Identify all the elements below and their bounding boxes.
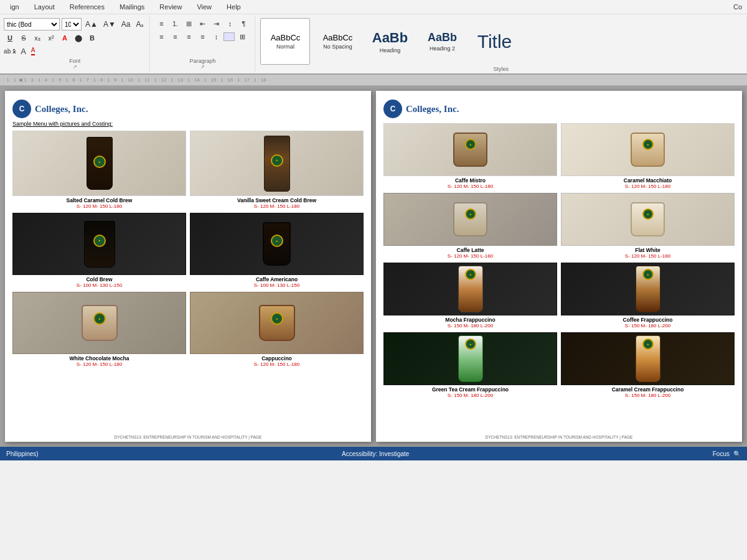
right-item1-name: Caffe Mistro: [383, 177, 557, 184]
right-item3-price: S- 120 M- 150 L-180: [383, 253, 557, 259]
badge-5: ★: [93, 312, 106, 325]
menu-mailings[interactable]: Mailings: [112, 1, 152, 12]
r-badge-5: ★: [465, 269, 476, 280]
app-title: Co: [728, 1, 747, 12]
align-left[interactable]: ≡: [155, 31, 167, 42]
style-normal-label: Normal: [276, 44, 294, 50]
style-heading2-label: Heading 2: [430, 45, 455, 52]
right-item-8: ★ Caramel Cream Frappuccino S- 150 M- 18…: [561, 332, 735, 398]
line-spacing[interactable]: ↕: [210, 31, 222, 42]
change-case-button[interactable]: Aₐ: [134, 19, 146, 29]
right-logo: C: [383, 100, 402, 118]
underline-button[interactable]: U: [4, 32, 16, 44]
left-subtitle: Sample Menu with pictures and Costing:: [12, 121, 364, 127]
right-page-header: C Colleges, Inc.: [383, 100, 735, 118]
right-item-5: ★ Mocha Frappuccino S- 150 M- 180 L-200: [383, 263, 557, 329]
superscript-button[interactable]: x²: [45, 32, 57, 44]
style-no-spacing[interactable]: AaBbCc No Spacing: [312, 18, 362, 65]
align-right[interactable]: ≡: [182, 31, 195, 42]
left-page-footer: DYCHETNS13: ENTREPRENEURSHIP IN TOURISM …: [5, 435, 371, 439]
right-item2-name: Caramel Macchiato: [561, 177, 735, 184]
menu-review[interactable]: Review: [152, 1, 189, 12]
r-badge-3: ★: [465, 208, 476, 220]
font-size-select[interactable]: 10: [62, 18, 82, 30]
styles-label: Styles: [260, 66, 741, 72]
menu-item-4: ★ Caffe Americano S- 100 M- 130 L-150: [190, 213, 364, 288]
item5-price: S- 120 M- 150 L-180: [12, 362, 186, 367]
right-item5-name: Mocha Frappuccino: [383, 317, 557, 323]
menu-item-1: ★ Salted Caramel Cold Brew S- 120 M- 150…: [12, 131, 186, 209]
status-bar: Philippines) Accessibility: Investigate …: [0, 447, 747, 460]
bullets-button[interactable]: ≡: [155, 18, 167, 29]
focus-label[interactable]: Focus: [713, 450, 730, 457]
right-company-name: Colleges, Inc.: [406, 104, 459, 114]
menu-references[interactable]: References: [62, 1, 112, 12]
ruler: · 1 · 1 · ✕ 1 · 3 · 1 · 4 · 1 · 5 · 1 · …: [0, 75, 747, 86]
subscript-button[interactable]: x₂: [31, 32, 44, 44]
menu-item-4-img: ★: [190, 213, 364, 275]
footer-left-text: Philippines): [6, 450, 39, 457]
r-badge-6: ★: [642, 269, 654, 280]
accessibility-label[interactable]: Accessibility: Investigate: [342, 450, 409, 457]
increase-indent[interactable]: ⇥: [210, 18, 222, 29]
font-color-indicator[interactable]: A: [31, 47, 35, 55]
strikethrough-button[interactable]: S: [17, 32, 30, 44]
r-badge-8: ★: [642, 338, 654, 350]
left-company-name: Colleges, Inc.: [35, 104, 88, 114]
item1-price: S- 120 M- 150 L-180: [12, 203, 186, 209]
item2-name: Vanilla Sweet Cream Cold Brew: [190, 197, 364, 203]
right-item5-price: S- 150 M- 180 L-200: [383, 323, 557, 329]
multilevel-button[interactable]: ⊞: [182, 18, 195, 29]
style-heading1[interactable]: AaBb Heading: [365, 18, 415, 65]
justify[interactable]: ≡: [196, 31, 209, 42]
align-left-btn[interactable]: ab: [4, 48, 11, 55]
badge-1: ★: [93, 156, 106, 168]
ribbon: ign Layout References Mailings Review Vi…: [0, 0, 747, 75]
style-heading2[interactable]: AaBb Heading 2: [417, 18, 467, 65]
shading[interactable]: [223, 32, 235, 41]
show-format-button[interactable]: ¶: [237, 18, 250, 29]
right-item-1: ★ Caffe Mistro S- 120 M- 150 L-180: [383, 123, 557, 189]
r-badge-4: ★: [642, 208, 654, 220]
font-expand[interactable]: A: [17, 45, 30, 57]
item3-price: S- 100 M- 130 L-150: [12, 282, 186, 288]
item6-name: Cappuccino: [190, 355, 364, 362]
menu-help[interactable]: Help: [219, 1, 248, 12]
align-center[interactable]: ≡: [169, 31, 181, 42]
right-item6-price: S- 150 M- 180 L-200: [561, 323, 735, 329]
left-menu-grid: ★ Salted Caramel Cold Brew S- 120 M- 150…: [12, 131, 364, 367]
badge-2: ★: [271, 154, 283, 167]
styles-section: AaBbCc Normal AaBbCc No Spacing AaBb Hea…: [255, 16, 747, 72]
zoom-icon[interactable]: 🔍: [733, 450, 741, 457]
right-item-6: ★ Coffee Frappuccino S- 150 M- 180 L-200: [561, 263, 735, 329]
badge-4: ★: [271, 235, 283, 247]
clear-format-button[interactable]: Aa: [120, 19, 133, 29]
shrink-font-button[interactable]: A▼: [101, 19, 118, 29]
menu-view[interactable]: View: [189, 1, 219, 12]
style-title[interactable]: Title: [469, 18, 519, 65]
numbering-button[interactable]: 1.: [169, 18, 181, 29]
menu-item-2-img: ★: [190, 131, 364, 196]
menu-ign[interactable]: ign: [2, 1, 27, 12]
menu-item-1-img: ★: [12, 131, 186, 196]
grow-font-button[interactable]: A▲: [83, 19, 100, 29]
strikeout-btn[interactable]: x̄: [12, 48, 16, 55]
item3-name: Cold Brew: [12, 276, 186, 282]
borders[interactable]: ⊞: [236, 31, 248, 42]
font-color-button[interactable]: A: [59, 32, 71, 44]
item4-name: Caffe Americano: [190, 276, 364, 282]
menu-item-3: ★ Cold Brew S- 100 M- 130 L-150: [12, 213, 186, 288]
decrease-indent[interactable]: ⇤: [196, 18, 209, 29]
right-item-7: ★ Green Tea Cream Frappuccino S- 150 M- …: [383, 332, 557, 398]
bold-button[interactable]: B: [86, 32, 98, 44]
menu-item-2: ★ Vanilla Sweet Cream Cold Brew S- 120 M…: [190, 131, 364, 209]
right-item-7-img: ★: [383, 332, 557, 385]
sort-button[interactable]: ↕: [223, 18, 236, 29]
right-item1-price: S- 120 M- 150 L-180: [383, 184, 557, 189]
r-badge-1: ★: [465, 139, 476, 150]
font-section: thic (Bod 10 A▲ A▼ Aa Aₐ U S x₂ x² A ⬤ B: [0, 16, 150, 72]
font-family-select[interactable]: thic (Bod: [4, 18, 60, 30]
menu-layout[interactable]: Layout: [27, 1, 62, 12]
style-normal[interactable]: AaBbCc Normal: [260, 18, 310, 65]
highlight-button[interactable]: ⬤: [72, 32, 85, 44]
